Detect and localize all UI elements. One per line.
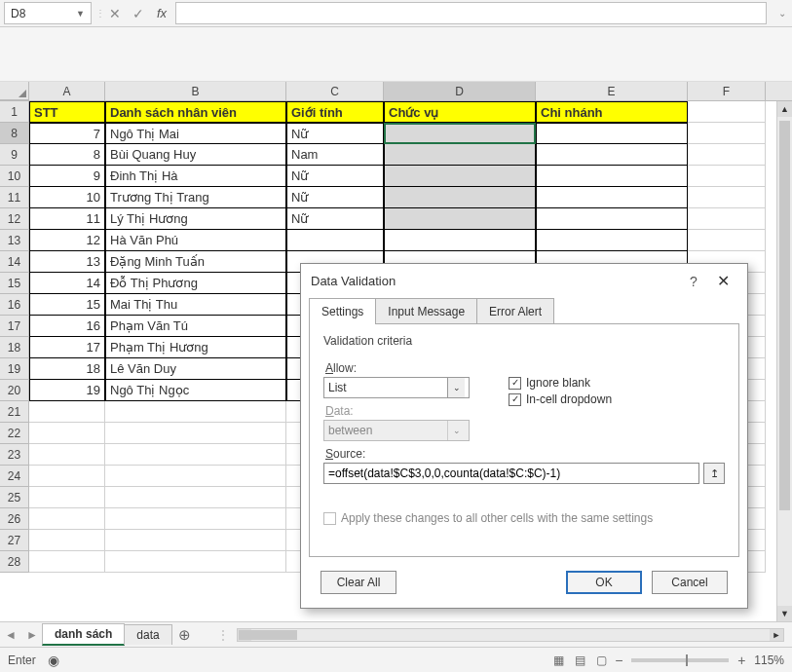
cell-name[interactable]: Mai Thị Thu: [105, 294, 286, 316]
row-header[interactable]: 12: [0, 208, 29, 230]
cell-gender[interactable]: Nữ: [286, 187, 384, 208]
cell[interactable]: [688, 208, 766, 230]
row-header[interactable]: 14: [0, 251, 29, 273]
cell[interactable]: [29, 401, 105, 423]
cell-stt[interactable]: 18: [29, 358, 105, 380]
row-header[interactable]: 20: [0, 380, 29, 401]
cell-name[interactable]: Bùi Quang Huy: [105, 144, 286, 166]
vertical-scrollbar[interactable]: ▲ ▼: [776, 101, 792, 621]
header-cell[interactable]: Chi nhánh: [536, 101, 688, 123]
tab-error-alert[interactable]: Error Alert: [476, 298, 554, 324]
cell-branch[interactable]: [536, 166, 688, 187]
tab-input-message[interactable]: Input Message: [375, 298, 477, 324]
page-layout-icon[interactable]: ▤: [569, 653, 590, 667]
cell-branch[interactable]: [536, 144, 688, 166]
row-header[interactable]: 8: [0, 123, 29, 144]
close-icon[interactable]: ✕: [708, 272, 737, 290]
tab-settings[interactable]: Settings: [309, 298, 376, 324]
cell-branch[interactable]: [536, 230, 688, 251]
row-header[interactable]: 17: [0, 316, 29, 337]
cell-position[interactable]: [384, 166, 536, 187]
cell[interactable]: [29, 487, 105, 508]
cell-stt[interactable]: 13: [29, 251, 105, 273]
cell[interactable]: [105, 551, 286, 573]
macro-record-icon[interactable]: ◉: [48, 653, 59, 668]
cell-name[interactable]: Trương Thị Trang: [105, 187, 286, 208]
cell[interactable]: [688, 230, 766, 251]
column-header[interactable]: B: [105, 82, 286, 100]
cell[interactable]: [29, 466, 105, 487]
page-break-icon[interactable]: ▢: [590, 653, 612, 667]
scroll-thumb[interactable]: [239, 630, 297, 640]
cell-position[interactable]: [384, 187, 536, 208]
cell-gender[interactable]: Nữ: [286, 208, 384, 230]
cell-stt[interactable]: 10: [29, 187, 105, 208]
cell-position[interactable]: [384, 123, 536, 144]
cell-name[interactable]: Đặng Minh Tuấn: [105, 251, 286, 273]
cell-stt[interactable]: 8: [29, 144, 105, 166]
row-header[interactable]: 21: [0, 401, 29, 423]
cell-gender[interactable]: Nữ: [286, 166, 384, 187]
row-header[interactable]: 11: [0, 187, 29, 208]
cell-branch[interactable]: [536, 208, 688, 230]
row-header[interactable]: 22: [0, 423, 29, 444]
chevron-down-icon[interactable]: ▼: [76, 9, 85, 19]
formula-input[interactable]: [175, 2, 767, 24]
name-box[interactable]: D8 ▼: [4, 2, 92, 24]
column-header[interactable]: A: [29, 82, 105, 100]
cell-stt[interactable]: 15: [29, 294, 105, 316]
cell-stt[interactable]: 19: [29, 380, 105, 401]
ok-button[interactable]: OK: [566, 571, 642, 594]
scroll-thumb[interactable]: [779, 121, 790, 510]
cell[interactable]: [105, 444, 286, 466]
row-header[interactable]: 28: [0, 551, 29, 573]
header-cell[interactable]: Danh sách nhân viên: [105, 101, 286, 123]
zoom-slider[interactable]: [631, 658, 729, 662]
cell[interactable]: [688, 101, 766, 123]
cell-name[interactable]: Ngô Thị Ngọc: [105, 380, 286, 401]
range-picker-icon[interactable]: ↥: [703, 463, 725, 484]
sheet-tab-data[interactable]: data: [124, 624, 171, 645]
allow-select[interactable]: List ⌄: [323, 377, 470, 398]
cell[interactable]: [105, 401, 286, 423]
scroll-right-icon[interactable]: ►: [770, 629, 783, 641]
header-cell[interactable]: STT: [29, 101, 105, 123]
clear-all-button[interactable]: Clear All: [321, 571, 396, 594]
cell-name[interactable]: Phạm Thị Hương: [105, 337, 286, 358]
cancel-button[interactable]: Cancel: [652, 571, 728, 594]
cell[interactable]: [105, 466, 286, 487]
row-header[interactable]: 19: [0, 358, 29, 380]
sheet-nav-next-icon[interactable]: ►: [21, 628, 43, 642]
row-header[interactable]: 27: [0, 530, 29, 551]
fx-icon[interactable]: fx: [150, 0, 173, 26]
cell-name[interactable]: Đỗ Thị Phương: [105, 273, 286, 294]
cell-gender[interactable]: [286, 230, 384, 251]
column-header[interactable]: F: [688, 82, 766, 100]
row-header[interactable]: 26: [0, 508, 29, 530]
zoom-level[interactable]: 115%: [754, 653, 784, 667]
row-header[interactable]: 15: [0, 273, 29, 294]
scroll-down-icon[interactable]: ▼: [777, 606, 792, 621]
sheet-tab-active[interactable]: danh sách: [42, 623, 125, 646]
normal-view-icon[interactable]: ▦: [547, 653, 569, 667]
cell-name[interactable]: Đinh Thị Hà: [105, 166, 286, 187]
select-all-corner[interactable]: [0, 82, 29, 100]
chevron-down-icon[interactable]: ⌄: [447, 378, 465, 397]
cell-position[interactable]: [384, 230, 536, 251]
cell-position[interactable]: [384, 208, 536, 230]
row-header[interactable]: 23: [0, 444, 29, 466]
cell-gender[interactable]: Nữ: [286, 123, 384, 144]
cell[interactable]: [688, 187, 766, 208]
row-header[interactable]: 1: [0, 101, 29, 123]
cell-stt[interactable]: 17: [29, 337, 105, 358]
cell[interactable]: [688, 144, 766, 166]
cell-stt[interactable]: 12: [29, 230, 105, 251]
cell-stt[interactable]: 11: [29, 208, 105, 230]
row-header[interactable]: 13: [0, 230, 29, 251]
sheet-nav-prev-icon[interactable]: ◄: [0, 628, 21, 642]
cell[interactable]: [688, 123, 766, 144]
header-cell[interactable]: Chức vụ: [384, 101, 536, 123]
header-cell[interactable]: Giới tính: [286, 101, 384, 123]
row-header[interactable]: 9: [0, 144, 29, 166]
column-header[interactable]: E: [536, 82, 688, 100]
